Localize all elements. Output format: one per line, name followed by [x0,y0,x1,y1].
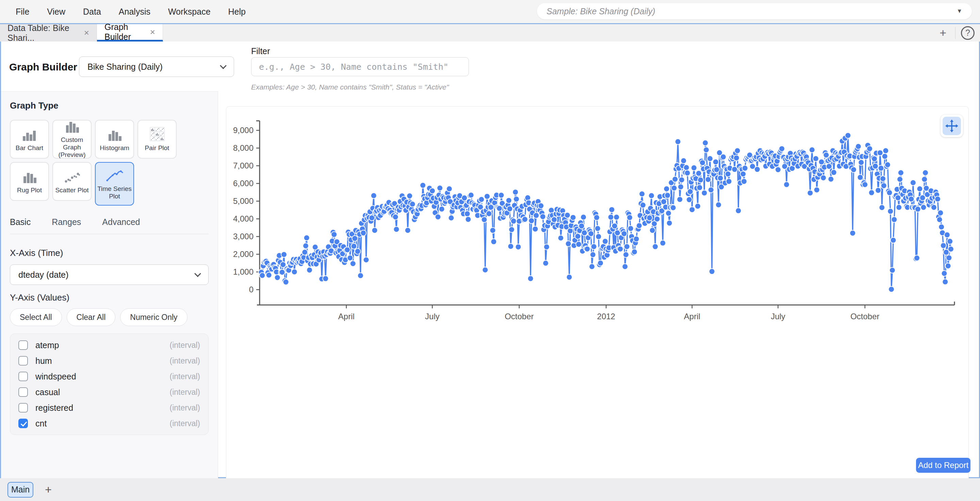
add-to-report-button[interactable]: Add to Report [916,458,970,473]
svg-text:April: April [338,312,355,321]
graph-type-label-text: Rug Plot [17,186,42,194]
svg-text:5,000: 5,000 [233,196,253,205]
y-axis-field-list: atemp (interval) hum (interval) windspee… [10,334,208,435]
menu-analysis[interactable]: Analysis [119,7,150,17]
workspace-tab-main[interactable]: Main [8,482,33,498]
select-all-button[interactable]: Select All [10,309,62,326]
checkbox[interactable] [18,418,28,428]
graph-type-label-text: Scatter Plot [55,186,89,194]
graph-type-rug-plot[interactable]: Rug Plot [10,162,49,201]
svg-text:7,000: 7,000 [233,161,253,170]
field-name: hum [35,356,170,366]
caret-down-icon: ▼ [956,8,962,14]
graph-type-histogram[interactable]: Histogram [95,120,134,159]
clear-all-button[interactable]: Clear All [67,309,116,326]
field-type-badge: (interval) [170,372,200,381]
chevron-down-icon [220,62,227,69]
pair-plot-icon [150,127,165,142]
field-row-atemp[interactable]: atemp (interval) [18,337,200,353]
svg-text:8,000: 8,000 [233,143,253,153]
field-row-casual[interactable]: casual (interval) [18,384,200,400]
divider [955,27,956,39]
svg-text:2,000: 2,000 [233,250,253,259]
svg-text:October: October [504,312,533,321]
filter-input[interactable] [251,57,469,76]
sample-dataset-text: Sample: Bike Sharing (Daily) [546,6,956,16]
svg-text:October: October [850,312,879,321]
graph-type-label: Graph Type [10,100,218,111]
bar-chart-icon [22,127,37,142]
help-button[interactable]: ? [961,26,975,40]
field-type-badge: (interval) [170,419,200,428]
svg-text:July: July [771,312,785,321]
close-icon[interactable]: × [150,27,155,37]
svg-text:0: 0 [249,285,253,294]
y-axis-actions: Select All Clear All Numeric Only [10,309,218,326]
graph-type-bar-chart[interactable]: Bar Chart [10,120,49,159]
graph-builder-panel: Graph Builder Bike Sharing (Daily) Filte… [0,41,980,478]
move-icon [943,117,961,135]
graph-type-scatter-plot[interactable]: Scatter Plot [52,162,92,201]
checkbox[interactable] [18,372,28,381]
tab-strip: Data Table: Bike Shari... × Graph Builde… [0,23,980,41]
graph-type-custom-graph[interactable]: Custom Graph (Preview) [52,120,92,159]
graph-type-label-text: Time Series Plot [97,185,132,200]
tab-graph-builder-label: Graph Builder [105,22,143,42]
graph-type-time-series[interactable]: Time Series Plot [95,162,134,205]
filter-label: Filter [251,46,270,56]
field-row-hum[interactable]: hum (interval) [18,353,200,369]
graph-type-grid: Bar Chart Custom Graph (Preview) Histogr… [10,120,181,205]
y-axis-section-label: Y-Axis (Values) [10,293,218,303]
tab-strip-actions: + ? [931,24,980,41]
histogram-icon [107,127,122,142]
close-icon[interactable]: × [84,27,89,38]
checkbox[interactable] [18,340,28,350]
menu-help[interactable]: Help [228,7,246,17]
time-series-icon [106,167,124,183]
dataset-select[interactable]: Bike Sharing (Daily) [79,57,234,77]
checkbox[interactable] [18,356,28,366]
chevron-down-icon [194,270,201,277]
graph-type-label-text: Custom Graph (Preview) [54,136,89,159]
graph-type-label-text: Pair Plot [145,144,169,152]
menu-data[interactable]: Data [83,7,101,17]
time-series-plot[interactable]: 01,0002,0003,0004,0005,0006,0007,0008,00… [226,107,969,486]
tab-advanced[interactable]: Advanced [102,217,140,227]
workspace-bar: Main + [0,478,980,501]
graph-type-pair-plot[interactable]: Pair Plot [137,120,177,159]
field-row-windspeed[interactable]: windspeed (interval) [18,369,200,384]
divider [10,234,208,234]
field-type-badge: (interval) [170,403,200,412]
svg-text:1,000: 1,000 [233,267,253,276]
sidebar-tabs: Basic Ranges Advanced [10,217,218,227]
menu-bar: File View Data Analysis Workspace Help S… [0,0,980,23]
checkbox[interactable] [18,403,28,412]
field-name: windspeed [35,372,170,382]
field-name: cnt [35,418,170,428]
new-tab-button[interactable]: + [931,26,955,40]
sample-dataset-dropdown[interactable]: Sample: Bike Sharing (Daily) ▼ [537,3,972,19]
svg-text:2012: 2012 [597,312,615,321]
field-row-cnt[interactable]: cnt (interval) [18,415,200,431]
menu-view[interactable]: View [47,7,65,17]
tab-basic[interactable]: Basic [10,217,30,227]
menu-file[interactable]: File [16,7,29,17]
numeric-only-button[interactable]: Numeric Only [120,309,187,326]
x-axis-select[interactable]: dteday (date) [10,264,208,285]
svg-text:4,000: 4,000 [233,214,253,223]
scatter-plot-icon [64,169,80,184]
pan-tool-button[interactable] [940,115,963,137]
menu-workspace[interactable]: Workspace [168,7,211,17]
rug-plot-icon [22,169,37,184]
tab-data-table-label: Data Table: Bike Shari... [8,23,76,43]
field-row-registered[interactable]: registered (interval) [18,400,200,415]
filter-examples-hint: Examples: Age > 30, Name contains "Smith… [251,83,449,91]
svg-text:July: July [425,312,440,321]
tab-ranges[interactable]: Ranges [52,217,81,227]
checkbox[interactable] [18,387,28,397]
page-title: Graph Builder [9,61,77,73]
tab-graph-builder[interactable]: Graph Builder × [97,24,163,41]
add-workspace-button[interactable]: + [45,483,52,496]
svg-text:3,000: 3,000 [233,232,253,241]
tab-data-table[interactable]: Data Table: Bike Shari... × [0,24,97,41]
